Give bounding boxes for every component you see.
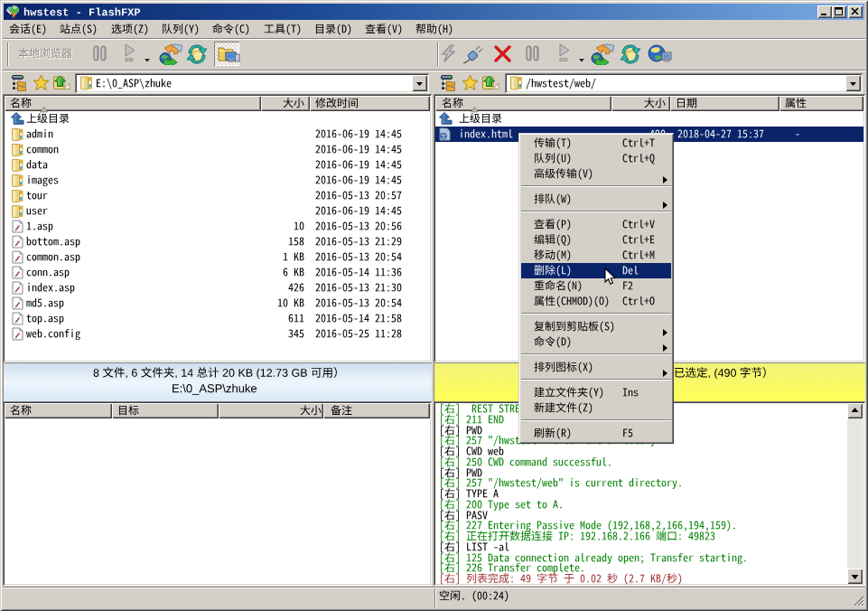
svg-text:GO: GO	[125, 57, 134, 62]
svg-text:GO: GO	[559, 57, 568, 62]
